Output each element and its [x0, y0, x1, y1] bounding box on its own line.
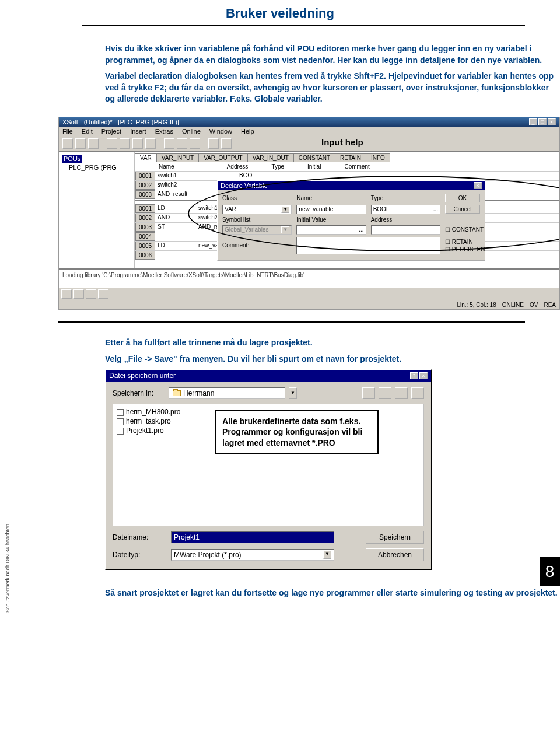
- name-input[interactable]: new_variable: [296, 205, 366, 214]
- tool-open-icon[interactable]: [75, 138, 86, 149]
- retain-checkbox[interactable]: ☐ RETAIN: [445, 239, 480, 245]
- divider: [82, 25, 525, 26]
- tool-copy-icon[interactable]: [177, 138, 187, 149]
- folder-select[interactable]: Herrmann: [169, 387, 285, 399]
- tab-vis-icon[interactable]: [86, 289, 96, 299]
- comment-input[interactable]: [296, 237, 440, 254]
- input-help-label: Input help: [321, 137, 363, 147]
- details-view-icon[interactable]: [411, 387, 424, 399]
- list-view-icon[interactable]: [395, 387, 408, 399]
- tool-cut-icon[interactable]: [164, 138, 174, 149]
- callout-annotation: Alle brukerdefinerte data som f.eks. Pro…: [215, 410, 379, 454]
- symlist-label: Symbol list: [222, 216, 292, 223]
- bottom-tabs: [59, 288, 559, 300]
- tool-run-icon[interactable]: [107, 138, 117, 149]
- col-type: Type: [271, 163, 284, 170]
- menu-online[interactable]: Online: [182, 128, 201, 135]
- tab-var[interactable]: VAR: [135, 153, 157, 162]
- tab-info[interactable]: INFO: [366, 153, 390, 162]
- declare-variable-dialog: Declare Variable × Class Name Type OK VA…: [217, 180, 485, 261]
- address-input[interactable]: [371, 225, 440, 235]
- toolbar: Input help: [59, 136, 559, 152]
- close-icon[interactable]: ×: [548, 118, 556, 125]
- save-in-label: Speichern in:: [113, 389, 165, 397]
- class-select[interactable]: VAR▼: [222, 205, 292, 214]
- close-icon[interactable]: ×: [419, 372, 428, 379]
- file-icon: [117, 418, 124, 425]
- save-dialog-titlebar: Datei speichern unter ? ×: [106, 370, 431, 382]
- initval-input[interactable]: ...: [296, 225, 366, 235]
- maximize-icon[interactable]: □: [538, 118, 547, 125]
- up-folder-icon[interactable]: [362, 387, 375, 399]
- tool-find-icon[interactable]: [208, 138, 219, 149]
- menu-window[interactable]: Window: [209, 128, 232, 135]
- menu-help[interactable]: Help: [241, 128, 254, 135]
- menu-edit[interactable]: Edit: [82, 128, 93, 135]
- menu-bar: File Edit Project Insert Extras Online W…: [59, 127, 559, 136]
- cancel-button[interactable]: Cancel: [445, 205, 480, 214]
- status-online: ONLINE: [502, 302, 524, 308]
- type-input[interactable]: BOOL...: [371, 205, 440, 214]
- tab-var-output[interactable]: VAR_OUTPUT: [198, 153, 248, 162]
- var-tabs: VAR VAR_INPUT VAR_OUTPUT VAR_IN_OUT CONS…: [135, 153, 559, 162]
- tab-retain[interactable]: RETAIN: [335, 153, 366, 162]
- tab-var-inout[interactable]: VAR_IN_OUT: [247, 153, 294, 162]
- var-row: 0001switch1BOOL: [135, 171, 559, 180]
- class-label: Class: [222, 195, 292, 201]
- menu-insert[interactable]: Insert: [130, 128, 146, 135]
- constant-checkbox[interactable]: ☐ CONSTANT: [445, 226, 480, 233]
- status-read: REA: [544, 302, 556, 308]
- initval-label: Initial Value: [296, 216, 366, 223]
- title-bar: XSoft - (Untitled)* - [PLC_PRG (PRG-IL)]…: [59, 117, 559, 127]
- comment-label: Comment:: [222, 242, 292, 249]
- project-tree[interactable]: POUs PLC_PRG (PRG: [59, 152, 135, 268]
- chevron-down-icon[interactable]: ▼: [323, 551, 331, 559]
- tab-datatypes-icon[interactable]: [74, 289, 84, 299]
- type-label: Type: [371, 195, 440, 201]
- paragraph-3: Etter å ha fullført alle trinnene må du …: [105, 337, 560, 349]
- menu-project[interactable]: Project: [102, 128, 121, 135]
- tool-stop-icon[interactable]: [120, 138, 130, 149]
- chapter-number: 8: [540, 557, 560, 586]
- tool-break-icon[interactable]: [145, 138, 156, 149]
- menu-extras[interactable]: Extras: [155, 128, 173, 135]
- tab-var-input[interactable]: VAR_INPUT: [156, 153, 199, 162]
- chevron-down-icon[interactable]: ▼: [289, 387, 297, 399]
- minimize-icon[interactable]: _: [529, 118, 537, 125]
- tab-constant[interactable]: CONSTANT: [293, 153, 335, 162]
- menu-file[interactable]: File: [62, 128, 73, 135]
- persistent-checkbox[interactable]: ☐ PERSISTEN: [445, 246, 480, 253]
- tree-item-plcprg[interactable]: PLC_PRG (PRG: [69, 164, 132, 171]
- status-ov: OV: [530, 302, 538, 308]
- window-title: XSoft - (Untitled)* - [PLC_PRG (PRG-IL)]: [62, 118, 179, 125]
- filename-input[interactable]: Projekt1: [171, 531, 334, 543]
- tool-new-icon[interactable]: [62, 138, 73, 149]
- save-button[interactable]: Speichern: [366, 531, 424, 544]
- status-position: Lin.: 5, Col.: 18: [457, 302, 496, 308]
- paragraph-5: Så snart prosjektet er lagret kan du for…: [105, 587, 560, 599]
- file-list[interactable]: herm_MH300.pro herm_task.pro Projekt1.pr…: [113, 404, 424, 526]
- ellipsis-icon[interactable]: ...: [433, 206, 438, 213]
- filetype-select[interactable]: MWare Projekt (*.pro)▼: [171, 549, 334, 561]
- tool-step-icon[interactable]: [132, 138, 143, 149]
- tool-paste-icon[interactable]: [190, 138, 200, 149]
- tree-root-pous[interactable]: POUs: [62, 155, 82, 163]
- help-icon[interactable]: ?: [410, 372, 418, 379]
- ellipsis-icon[interactable]: ...: [359, 226, 363, 233]
- copyright-note: Schutzvermerk nach DIN 34 beachten: [5, 524, 10, 613]
- new-folder-icon[interactable]: [379, 387, 391, 399]
- tool-replace-icon[interactable]: [221, 138, 232, 149]
- ok-button[interactable]: OK: [445, 194, 480, 202]
- tab-resources-icon[interactable]: [98, 289, 108, 299]
- tab-pou-icon[interactable]: [61, 289, 72, 299]
- symlist-select: Global_Variables▼: [222, 225, 292, 235]
- chevron-down-icon[interactable]: ▼: [281, 206, 289, 213]
- dialog-close-icon[interactable]: ×: [474, 182, 482, 189]
- col-name: Name: [159, 163, 174, 170]
- tool-save-icon[interactable]: [88, 138, 99, 149]
- cancel-button[interactable]: Abbrechen: [366, 548, 424, 561]
- col-initial: Initial: [307, 163, 321, 170]
- folder-icon: [173, 390, 181, 396]
- editor-area: VAR VAR_INPUT VAR_OUTPUT VAR_IN_OUT CONS…: [135, 152, 559, 268]
- save-dialog-title: Datei speichern unter: [109, 372, 176, 380]
